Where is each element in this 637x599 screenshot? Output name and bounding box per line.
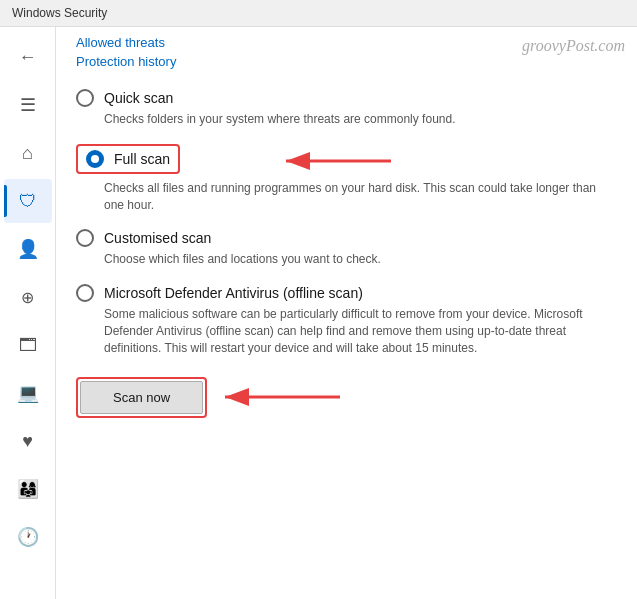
full-scan-desc: Checks all files and running programmes … (104, 180, 613, 214)
protection-history-link[interactable]: Protection history (76, 54, 613, 69)
sidebar-family[interactable]: 👨‍👩‍👧 (4, 467, 52, 511)
scan-options-list: Quick scan Checks folders in your system… (76, 89, 613, 357)
sidebar-account[interactable]: 👤 (4, 227, 52, 271)
customised-scan-header[interactable]: Customised scan (76, 229, 613, 247)
full-scan-label: Full scan (114, 151, 170, 167)
quick-scan-header[interactable]: Quick scan (76, 89, 613, 107)
windows-security-window: Windows Security ← ☰ ⌂ 🛡 👤 ⊕ 🗔 (0, 0, 637, 599)
offline-scan-label: Microsoft Defender Antivirus (offline sc… (104, 285, 363, 301)
home-icon: ⌂ (22, 143, 33, 164)
sidebar-home[interactable]: ⌂ (4, 131, 52, 175)
network-icon: ⊕ (21, 288, 34, 307)
quick-scan-label: Quick scan (104, 90, 173, 106)
scan-now-wrapper: Scan now (76, 377, 207, 418)
quick-scan-radio[interactable] (76, 89, 94, 107)
sidebar-app[interactable]: 🗔 (4, 323, 52, 367)
full-scan-radio-inner (91, 155, 99, 163)
sidebar-menu[interactable]: ☰ (4, 83, 52, 127)
customised-scan-desc: Choose which files and locations you wan… (104, 251, 613, 268)
customised-scan-label: Customised scan (104, 230, 211, 246)
sidebar-performance[interactable]: ♥ (4, 419, 52, 463)
shield-icon: 🛡 (19, 191, 37, 212)
sidebar-history[interactable]: 🕐 (4, 515, 52, 559)
full-scan-highlighted-box[interactable]: Full scan (76, 144, 180, 174)
sidebar: ← ☰ ⌂ 🛡 👤 ⊕ 🗔 💻 ♥ (0, 27, 56, 599)
history-icon: 🕐 (17, 526, 39, 548)
browser-icon: 🗔 (19, 335, 37, 356)
scan-now-button[interactable]: Scan now (80, 381, 203, 414)
scan-now-area: Scan now (76, 377, 613, 418)
health-icon: ♥ (22, 431, 33, 452)
offline-scan-radio[interactable] (76, 284, 94, 302)
sidebar-shield[interactable]: 🛡 (4, 179, 52, 223)
family-icon: 👨‍👩‍👧 (17, 478, 39, 500)
full-scan-radio[interactable] (86, 150, 104, 168)
sidebar-back[interactable]: ← (4, 35, 52, 79)
back-icon: ← (19, 47, 37, 68)
title-bar: Windows Security (0, 0, 637, 27)
device-icon: 💻 (17, 382, 39, 404)
title-bar-label: Windows Security (12, 6, 107, 20)
main-area: ← ☰ ⌂ 🛡 👤 ⊕ 🗔 💻 ♥ (0, 27, 637, 599)
customised-scan-radio[interactable] (76, 229, 94, 247)
scan-now-arrow (215, 382, 345, 412)
sidebar-network[interactable]: ⊕ (4, 275, 52, 319)
person-icon: 👤 (17, 238, 39, 260)
full-scan-arrow (276, 146, 396, 176)
quick-scan-desc: Checks folders in your system where thre… (104, 111, 613, 128)
sidebar-device[interactable]: 💻 (4, 371, 52, 415)
offline-scan-option: Microsoft Defender Antivirus (offline sc… (76, 284, 613, 356)
hamburger-icon: ☰ (20, 94, 36, 116)
offline-scan-header[interactable]: Microsoft Defender Antivirus (offline sc… (76, 284, 613, 302)
watermark: groovyPost.com (522, 37, 625, 55)
quick-scan-option: Quick scan Checks folders in your system… (76, 89, 613, 128)
content-area: groovyPost.com Allowed threats Protectio… (56, 27, 637, 599)
offline-scan-desc: Some malicious software can be particula… (104, 306, 613, 356)
customised-scan-option: Customised scan Choose which files and l… (76, 229, 613, 268)
full-scan-option: Full scan Checks all files an (76, 144, 613, 214)
